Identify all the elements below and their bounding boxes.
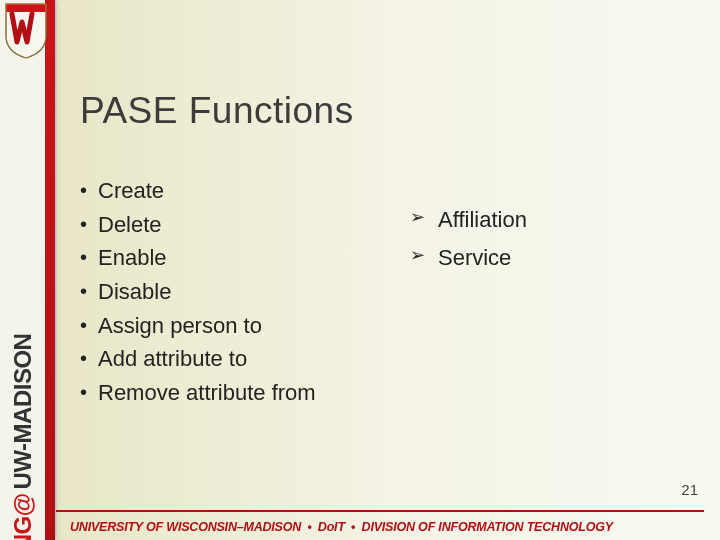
list-item-label: Service (438, 242, 511, 274)
dot-separator-icon: • (307, 520, 311, 534)
list-item-label: Disable (98, 277, 171, 307)
right-arrow-list: ➢Affiliation ➢Service (410, 176, 640, 412)
slide-title: PASE Functions (80, 90, 700, 132)
footer-segment: UNIVERSITY OF WISCONSIN–MADISON (70, 520, 301, 534)
list-item-label: Create (98, 176, 164, 206)
footer-divider (56, 510, 704, 512)
list-item-label: Affiliation (438, 204, 527, 236)
bullet-icon: • (80, 277, 98, 305)
bullet-icon: • (80, 311, 98, 339)
footer-text: UNIVERSITY OF WISCONSIN–MADISON • DoIT •… (70, 520, 710, 534)
brand-at: @ (9, 493, 36, 516)
list-item-label: Assign person to (98, 311, 262, 341)
footer-segment: DoIT (318, 520, 345, 534)
brand-word-computing: COMPUTING (9, 516, 36, 540)
uw-crest-logo (4, 2, 48, 60)
left-bullet-list: •Create •Delete •Enable •Disable •Assign… (80, 176, 380, 412)
list-item: •Create (80, 176, 380, 206)
bullet-icon: • (80, 344, 98, 372)
bullet-icon: • (80, 176, 98, 204)
sidebar-brand-text: COMPUTING@ UW-MADISON (1, 70, 45, 510)
list-item-label: Add attribute to (98, 344, 247, 374)
list-item-label: Enable (98, 243, 167, 273)
list-item: ➢Affiliation (410, 204, 640, 236)
slide-content: PASE Functions •Create •Delete •Enable •… (80, 90, 700, 412)
dot-separator-icon: • (351, 520, 355, 534)
brand-word-uw: UW-MADISON (9, 334, 36, 490)
bullet-icon: • (80, 378, 98, 406)
list-item: •Assign person to (80, 311, 380, 341)
list-item: ➢Service (410, 242, 640, 274)
list-item: •Remove attribute from (80, 378, 380, 408)
arrow-icon: ➢ (410, 204, 438, 232)
bullet-icon: • (80, 243, 98, 271)
list-item: •Enable (80, 243, 380, 273)
list-item: •Delete (80, 210, 380, 240)
list-item-label: Remove attribute from (98, 378, 316, 408)
sidebar-accent (45, 0, 55, 540)
page-number: 21 (681, 481, 698, 498)
list-item: •Disable (80, 277, 380, 307)
list-item: •Add attribute to (80, 344, 380, 374)
footer-segment: DIVISION OF INFORMATION TECHNOLOGY (362, 520, 613, 534)
bullet-icon: • (80, 210, 98, 238)
list-item-label: Delete (98, 210, 162, 240)
arrow-icon: ➢ (410, 242, 438, 270)
